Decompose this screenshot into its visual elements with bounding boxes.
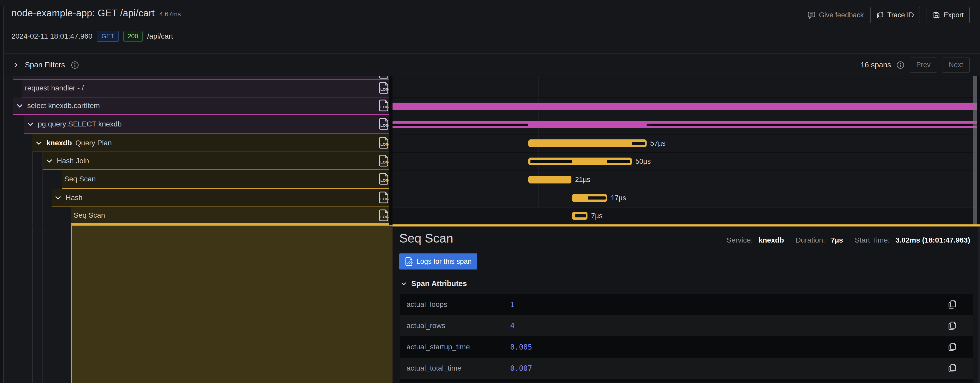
timeline-column: 57µs50µs21µs17µs7µs xyxy=(393,76,980,225)
span-filters-bar: Span Filters 16 spans Prev Next xyxy=(4,54,980,76)
span-name-label: Seq Scan xyxy=(74,211,105,219)
span-row-seq-scan-1[interactable]: Seq ScanLOG xyxy=(62,170,393,189)
chevron-down-icon[interactable] xyxy=(27,120,34,128)
trace-id-button[interactable]: Trace ID xyxy=(870,7,920,23)
span-row-seq-scan-2[interactable]: Seq ScanLOG xyxy=(71,207,393,225)
attribute-value: 4 xyxy=(510,322,515,330)
timeline-gridline xyxy=(538,76,539,225)
log-icon[interactable]: LOG xyxy=(379,191,389,203)
timeline-gridline xyxy=(685,76,685,225)
svg-text:LOG: LOG xyxy=(380,87,389,92)
timeline-row-separator xyxy=(393,189,980,189)
span-bar-hash-join[interactable] xyxy=(528,157,632,165)
span-row-hash-join[interactable]: Hash JoinLOG xyxy=(43,153,393,170)
trace-view-page: node-example-app: GET /api/cart4.67ms 20… xyxy=(0,0,980,383)
duration-value: 7µs xyxy=(830,236,843,244)
meta-divider xyxy=(849,235,849,245)
attribute-key: actual_rows xyxy=(400,322,510,330)
logs-for-span-label: Logs for this span xyxy=(416,257,472,265)
name-timeline-divider xyxy=(389,76,393,225)
detail-row-color-block xyxy=(71,226,393,383)
log-icon[interactable]: LOG xyxy=(379,137,389,149)
span-bar-pg-query[interactable] xyxy=(393,121,977,128)
start-time-label: Start Time: xyxy=(855,236,890,244)
trace-duration: 4.67ms xyxy=(159,10,181,17)
bar-self-notch xyxy=(575,214,586,218)
attribute-row-actual_total_time: actual_total_time0.007 xyxy=(400,358,973,379)
span-attributes-toggle[interactable]: Span Attributes xyxy=(400,279,467,288)
bar-child-cutout xyxy=(607,160,630,163)
page-scrollbar[interactable] xyxy=(978,226,980,383)
span-duration-label: 7µs xyxy=(591,212,603,220)
chevron-down-icon[interactable] xyxy=(54,194,62,202)
svg-text:LOG: LOG xyxy=(407,261,413,264)
timeline-row-separator xyxy=(393,79,980,80)
chevron-down-icon[interactable] xyxy=(35,139,43,147)
span-row-request-handler[interactable]: request handler - /LOG xyxy=(22,79,393,97)
span-filters-toggle[interactable]: Span Filters xyxy=(13,54,79,76)
log-icon[interactable]: LOG xyxy=(379,76,389,79)
span-filters-label: Span Filters xyxy=(25,60,65,69)
span-row-select-cartitem[interactable]: select knexdb.cartItemLOG xyxy=(13,97,393,115)
attribute-row-actual_startup_time: actual_startup_time0.005 xyxy=(400,336,973,358)
span-row-hash[interactable]: HashLOG xyxy=(52,189,393,207)
span-detail-panel: Seq Scan Service: knexdb Duration: 7µs S… xyxy=(393,226,980,383)
span-duration-label: 50µs xyxy=(635,157,651,165)
detail-divider xyxy=(399,274,970,274)
copy-attribute-button[interactable] xyxy=(947,321,957,331)
prev-span-button[interactable]: Prev xyxy=(910,57,937,73)
span-bar-hash[interactable] xyxy=(572,194,607,202)
export-label: Export xyxy=(943,11,964,19)
svg-text:LOG: LOG xyxy=(380,178,389,183)
span-duration-label: 17µs xyxy=(611,194,626,202)
header-actions: Give feedback Trace ID Export xyxy=(807,7,970,23)
timeline-row-separator xyxy=(393,115,980,115)
span-duration-label: 57µs xyxy=(650,140,665,147)
trace-id-label: Trace ID xyxy=(887,11,914,19)
log-icon[interactable]: LOG xyxy=(379,155,389,167)
trace-timestamp: 2024-02-11 18:01:47.960 xyxy=(11,32,92,40)
copy-attribute-button[interactable] xyxy=(947,300,957,310)
log-icon[interactable]: LOG xyxy=(379,100,389,111)
copy-attribute-button[interactable] xyxy=(947,342,957,352)
span-detail-title: Seq Scan xyxy=(399,231,453,245)
span-row-pg-query[interactable]: pg.query:SELECT knexdbLOG xyxy=(24,115,393,134)
export-button[interactable]: Export xyxy=(927,7,970,23)
request-path: /api/cart xyxy=(147,32,173,40)
next-span-button[interactable]: Next xyxy=(942,57,970,73)
attribute-value: 1 xyxy=(510,300,515,309)
copy-attribute-button[interactable] xyxy=(947,363,957,373)
span-navigation: 16 spans Prev Next xyxy=(861,54,970,76)
span-row-partial-top[interactable]: LOG xyxy=(13,76,393,79)
span-name-label: request handler - / xyxy=(25,84,84,92)
span-bar-select-cartitem[interactable] xyxy=(393,103,977,110)
detail-indent-guides xyxy=(3,226,71,383)
chevron-down-icon[interactable] xyxy=(45,157,53,165)
log-icon[interactable]: LOG xyxy=(379,118,389,130)
chevron-down-icon[interactable] xyxy=(16,102,24,110)
duration-label: Duration: xyxy=(795,236,825,244)
timeline-scrollbar[interactable] xyxy=(973,76,977,225)
svg-text:LOG: LOG xyxy=(380,76,389,76)
timeline-right-margin xyxy=(977,76,980,225)
info-icon xyxy=(896,61,905,69)
copy-icon xyxy=(947,363,957,373)
svg-text:LOG: LOG xyxy=(380,215,389,219)
log-icon[interactable]: LOG xyxy=(379,173,389,185)
give-feedback-button[interactable]: Give feedback xyxy=(807,11,864,19)
logs-for-span-button[interactable]: LOG Logs for this span xyxy=(399,253,477,270)
span-bar-seq-scan-1[interactable] xyxy=(528,176,571,183)
attribute-key: actual_loops xyxy=(400,300,510,308)
attribute-value: 0.007 xyxy=(510,364,532,373)
trace-title-text: node-example-app: GET /api/cart xyxy=(11,8,155,18)
trace-subheader: 2024-02-11 18:01:47.960 GET 200 /api/car… xyxy=(11,29,173,43)
span-bar-knexdb-query-plan[interactable] xyxy=(528,140,647,147)
log-icon[interactable]: LOG xyxy=(379,82,389,94)
span-bar-seq-scan-2[interactable] xyxy=(572,212,587,220)
log-icon[interactable]: LOG xyxy=(379,210,389,221)
span-row-knexdb-query-plan[interactable]: knexdbQuery PlanLOG xyxy=(32,134,393,153)
start-time-value: 3.02ms (18:01:47.963) xyxy=(896,236,970,244)
window-left-rail xyxy=(0,6,4,383)
svg-text:LOG: LOG xyxy=(380,105,389,109)
span-name-label: Seq Scan xyxy=(64,175,95,183)
